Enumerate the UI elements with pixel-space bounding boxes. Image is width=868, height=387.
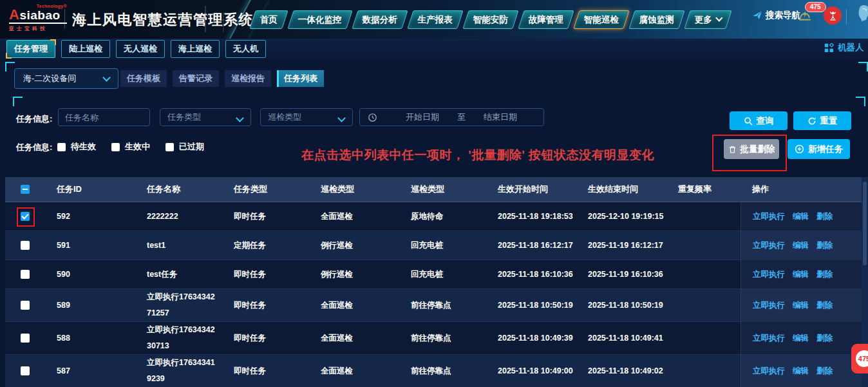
reset-icon bbox=[807, 117, 816, 126]
cell-id: 592 bbox=[45, 212, 135, 221]
row-action-立即执行[interactable]: 立即执行 bbox=[753, 366, 785, 377]
view-tab-巡检报告[interactable]: 巡检报告 bbox=[225, 70, 271, 87]
row-action-立即执行[interactable]: 立即执行 bbox=[753, 300, 785, 311]
nav-item-数据分析[interactable]: 数据分析 bbox=[352, 10, 408, 29]
task-type-select[interactable]: 任务类型 bbox=[160, 108, 251, 126]
nav-item-腐蚀监测[interactable]: 腐蚀监测 bbox=[628, 10, 684, 29]
row-action-删除[interactable]: 删除 bbox=[816, 333, 833, 344]
column-header-生效开始时间: 生效开始时间 bbox=[486, 184, 576, 195]
module-tab-陆上巡检[interactable]: 陆上巡检 bbox=[61, 40, 110, 58]
row-checkbox[interactable] bbox=[21, 301, 30, 310]
row-action-删除[interactable]: 删除 bbox=[816, 269, 833, 280]
table-row-588[interactable]: 588立即执行1763434230713即时任务全面巡检前往停靠点2025-11… bbox=[5, 322, 862, 355]
module-tab-无人巡检[interactable]: 无人巡检 bbox=[116, 40, 165, 58]
device-room-select[interactable]: 海-二次设备间 bbox=[14, 68, 118, 89]
row-action-编辑[interactable]: 编辑 bbox=[793, 240, 809, 251]
cell-name: 立即执行1763434271257 bbox=[135, 289, 222, 321]
table-body: 5922222222即时任务全面巡检原地待命2025-11-18 19:18:5… bbox=[5, 202, 862, 387]
row-action-编辑[interactable]: 编辑 bbox=[793, 269, 809, 280]
date-range-picker[interactable]: 开始日期 至 结束日期 bbox=[359, 108, 544, 126]
status-filter-options: 待生效 生效中 已过期 bbox=[57, 141, 204, 153]
row-action-编辑[interactable]: 编辑 bbox=[793, 366, 809, 377]
reset-button[interactable]: 重置 bbox=[793, 111, 851, 130]
cell-end_time: 2025-11-19 16:10:36 bbox=[576, 270, 666, 279]
cell-task_type: 即时任务 bbox=[222, 366, 309, 377]
grid-icon bbox=[824, 43, 834, 53]
view-tab-任务列表[interactable]: 任务列表 bbox=[277, 70, 324, 87]
table-row-590[interactable]: 590test任务即时任务例行巡检回充电桩2025-11-18 16:10:36… bbox=[5, 260, 862, 289]
row-checkbox[interactable] bbox=[21, 334, 30, 343]
batch-delete-button[interactable]: 批量删除 bbox=[724, 139, 779, 159]
annotation-note: 在点击选中列表中任一项时， '批量删除' 按钮状态没有明显变化 bbox=[301, 147, 654, 164]
row-checkbox[interactable] bbox=[21, 366, 30, 375]
cell-start_time: 2025-11-18 16:10:36 bbox=[486, 270, 576, 279]
status-checkbox[interactable] bbox=[111, 143, 120, 151]
row-action-删除[interactable]: 删除 bbox=[816, 211, 833, 222]
nav-item-更多[interactable]: 更多 bbox=[684, 10, 731, 29]
status-option-已过期[interactable]: 已过期 bbox=[165, 141, 204, 153]
row-checkbox[interactable] bbox=[21, 270, 30, 279]
nav-item-故障管理[interactable]: 故障管理 bbox=[518, 10, 574, 29]
status-option-待生效[interactable]: 待生效 bbox=[57, 141, 96, 153]
end-date-placeholder[interactable]: 结束日期 bbox=[484, 111, 517, 123]
nav-item-智能巡检[interactable]: 智能巡检 bbox=[573, 10, 629, 29]
row-action-删除[interactable]: 删除 bbox=[816, 240, 833, 251]
start-date-placeholder[interactable]: 开始日期 bbox=[406, 111, 439, 123]
table-row-589[interactable]: 589立即执行1763434271257即时任务全面巡检前往停靠点2025-11… bbox=[5, 289, 862, 322]
cell-task_type: 即时任务 bbox=[222, 300, 309, 311]
row-action-立即执行[interactable]: 立即执行 bbox=[753, 211, 785, 222]
view-tab-告警记录[interactable]: 告警记录 bbox=[173, 70, 219, 87]
view-tab-任务模板[interactable]: 任务模板 bbox=[120, 70, 167, 87]
row-action-立即执行[interactable]: 立即执行 bbox=[753, 240, 785, 251]
table-row-591[interactable]: 591test1定期任务例行巡检回充电桩2025-11-18 16:12:172… bbox=[5, 231, 862, 260]
cell-patrol_mode: 前往停靠点 bbox=[399, 366, 486, 377]
task-name-input[interactable] bbox=[58, 108, 150, 126]
sos-alert-button[interactable] bbox=[824, 6, 842, 24]
module-tab-无人机[interactable]: 无人机 bbox=[225, 40, 266, 58]
status-option-生效中[interactable]: 生效中 bbox=[111, 141, 150, 153]
panel-corner-decoration bbox=[856, 97, 865, 106]
add-task-button[interactable]: 新增任务 bbox=[788, 139, 850, 159]
row-action-编辑[interactable]: 编辑 bbox=[793, 300, 809, 311]
row-action-删除[interactable]: 删除 bbox=[816, 300, 833, 311]
table-row-592[interactable]: 5922222222即时任务全面巡检原地待命2025-11-18 19:18:5… bbox=[5, 202, 862, 231]
cell-start_time: 2025-11-18 10:50:19 bbox=[486, 301, 576, 310]
search-nav-button[interactable]: 搜索导航 bbox=[752, 10, 800, 21]
search-button[interactable]: 查询 bbox=[730, 111, 788, 130]
cell-patrol_type: 全面巡检 bbox=[309, 366, 399, 377]
row-checkbox[interactable] bbox=[21, 241, 30, 250]
table-scrollbar-thumb[interactable] bbox=[863, 182, 867, 265]
cell-id: 591 bbox=[45, 241, 135, 250]
cell-start_time: 2025-11-18 16:12:17 bbox=[486, 241, 576, 250]
panel-corner-decoration bbox=[5, 62, 15, 71]
module-tab-任务管理[interactable]: 任务管理 bbox=[6, 40, 55, 58]
select-all-checkbox[interactable] bbox=[21, 185, 30, 194]
reset-button-label: 重置 bbox=[820, 115, 838, 127]
row-action-编辑[interactable]: 编辑 bbox=[793, 211, 809, 222]
floating-alert-badge[interactable]: 475 bbox=[851, 344, 868, 373]
trash-icon bbox=[728, 145, 737, 154]
nav-item-首页[interactable]: 首页 bbox=[249, 10, 288, 29]
search-icon bbox=[744, 117, 753, 126]
wind-turbine-decoration-small bbox=[215, 12, 232, 33]
row-checkbox[interactable] bbox=[21, 212, 30, 221]
patrol-type-select[interactable]: 巡检类型 bbox=[260, 108, 353, 126]
row-action-编辑[interactable]: 编辑 bbox=[793, 333, 809, 344]
row-action-立即执行[interactable]: 立即执行 bbox=[753, 269, 785, 280]
nav-item-生产报表[interactable]: 生产报表 bbox=[407, 10, 463, 29]
module-tab-海上巡检[interactable]: 海上巡检 bbox=[171, 40, 220, 58]
robot-switcher[interactable]: 机器人 bbox=[824, 42, 864, 53]
assistant-figure-icon[interactable] bbox=[856, 4, 868, 23]
nav-item-智能安防[interactable]: 智能安防 bbox=[462, 10, 518, 29]
status-checkbox[interactable] bbox=[165, 143, 174, 151]
row-action-删除[interactable]: 删除 bbox=[816, 366, 833, 377]
row-action-立即执行[interactable]: 立即执行 bbox=[753, 333, 785, 344]
cell-id: 589 bbox=[45, 301, 135, 310]
cell-actions: 立即执行编辑删除 bbox=[741, 355, 862, 387]
table-row-587[interactable]: 587立即执行176343419239即时任务全面巡检前往停靠点2025-11-… bbox=[5, 355, 862, 387]
cell-name: 立即执行1763434230713 bbox=[135, 322, 222, 354]
status-checkbox[interactable] bbox=[57, 143, 66, 151]
cell-patrol_mode: 前往停靠点 bbox=[399, 333, 486, 344]
column-header-巡检类型: 巡检类型 bbox=[399, 184, 486, 195]
nav-item-一体化监控[interactable]: 一体化监控 bbox=[287, 10, 352, 29]
